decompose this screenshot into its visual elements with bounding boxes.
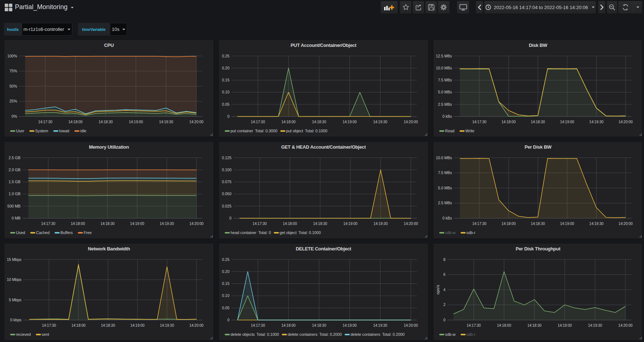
svg-text:Free: Free: [83, 230, 91, 235]
svg-text:0.15: 0.15: [222, 78, 230, 82]
svg-text:Total: 0.3000: Total: 0.3000: [255, 129, 277, 133]
svg-text:14:19:00: 14:19:00: [560, 222, 574, 226]
svg-text:7.5 MBs: 7.5 MBs: [438, 78, 452, 82]
svg-text:14:19:30: 14:19:30: [589, 120, 603, 124]
svg-text:ops/s: ops/s: [436, 285, 440, 294]
svg-text:14:19:00: 14:19:00: [130, 323, 144, 327]
svg-text:14:19:30: 14:19:30: [589, 222, 603, 226]
svg-text:14:17:30: 14:17:30: [42, 323, 56, 327]
svg-text:14:19:00: 14:19:00: [343, 120, 357, 124]
svg-text:0.20: 0.20: [222, 66, 230, 70]
svg-text:5.0 MBs: 5.0 MBs: [438, 90, 452, 94]
svg-text:0: 0: [229, 216, 232, 220]
svg-text:14:19:00: 14:19:00: [130, 222, 144, 226]
svg-text:14:18:00: 14:18:00: [68, 120, 82, 124]
svg-text:0.10: 0.10: [222, 293, 230, 298]
svg-text:14:19:30: 14:19:30: [373, 120, 387, 124]
svg-text:14:19:30: 14:19:30: [160, 222, 174, 226]
svg-text:500 MB: 500 MB: [7, 204, 20, 208]
svg-text:Cached: Cached: [36, 230, 49, 235]
svg-text:5.0 MBs: 5.0 MBs: [438, 186, 452, 190]
svg-text:12.5 MBs: 12.5 MBs: [436, 54, 452, 58]
svg-text:14:17:30: 14:17:30: [38, 120, 52, 124]
svg-text:0.05: 0.05: [222, 102, 230, 106]
svg-text:100%: 100%: [7, 54, 17, 58]
svg-text:0.050: 0.050: [222, 192, 231, 196]
svg-text:14:18:30: 14:18:30: [313, 222, 327, 226]
svg-text:Per Disk BW: Per Disk BW: [525, 144, 552, 150]
svg-text:Used: Used: [16, 230, 25, 235]
svg-text:put container: put container: [231, 129, 253, 133]
svg-text:14:20:00: 14:20:00: [404, 323, 418, 327]
svg-text:Per Disk Throughput: Per Disk Throughput: [516, 246, 561, 252]
svg-text:Network Bandwidth: Network Bandwidth: [88, 246, 130, 252]
svg-text:0: 0: [227, 318, 229, 322]
svg-text:14:19:00: 14:19:00: [129, 120, 143, 124]
svg-text:2.5 MBs: 2.5 MBs: [438, 201, 452, 205]
svg-text:14:17:30: 14:17:30: [251, 323, 265, 327]
svg-text:14:18:30: 14:18:30: [312, 323, 326, 327]
svg-text:GET & HEAD Account/Container/O: GET & HEAD Account/Container/Object: [281, 144, 366, 150]
svg-text:idle: idle: [80, 129, 86, 133]
svg-text:14:20:00: 14:20:00: [619, 222, 633, 226]
svg-text:14:17:30: 14:17:30: [251, 120, 265, 124]
svg-text:14:17:30: 14:17:30: [466, 323, 481, 327]
svg-text:14:19:30: 14:19:30: [159, 120, 173, 124]
svg-text:5 Mbps: 5 Mbps: [9, 298, 21, 302]
svg-text:put object: put object: [286, 129, 303, 133]
svg-text:0 kbps: 0 kbps: [10, 318, 21, 322]
svg-text:0.05: 0.05: [222, 306, 230, 310]
svg-text:14:19:00: 14:19:00: [560, 120, 574, 124]
svg-text:14:18:30: 14:18:30: [99, 120, 113, 124]
svg-text:14:17:30: 14:17:30: [472, 222, 486, 226]
svg-text:14:19:30: 14:19:30: [373, 323, 387, 327]
svg-text:get object: get object: [280, 230, 297, 235]
svg-text:Total: 0.1000: Total: 0.1000: [298, 230, 321, 235]
svg-text:sdb-w: sdb-w: [445, 332, 456, 337]
svg-text:10.0 MBs: 10.0 MBs: [436, 156, 452, 160]
svg-text:14:18:00: 14:18:00: [497, 323, 511, 327]
svg-text:Total: 0.2000: Total: 0.2000: [382, 332, 405, 337]
svg-text:Total: 0.1000: Total: 0.1000: [257, 332, 279, 337]
svg-text:14:20:00: 14:20:00: [189, 323, 204, 327]
svg-text:System: System: [35, 129, 48, 133]
svg-text:14:19:30: 14:19:30: [588, 323, 602, 327]
svg-text:delete containers: delete containers: [288, 332, 318, 337]
svg-text:15 Mbps: 15 Mbps: [7, 257, 21, 262]
svg-text:Iowait: Iowait: [59, 129, 69, 133]
svg-text:14:18:30: 14:18:30: [101, 222, 115, 226]
svg-text:14:20:00: 14:20:00: [189, 222, 204, 226]
svg-text:14:18:00: 14:18:00: [71, 222, 85, 226]
svg-text:14:18:30: 14:18:30: [531, 222, 545, 226]
svg-text:10.0 MBs: 10.0 MBs: [436, 66, 452, 70]
svg-text:0.25: 0.25: [222, 257, 230, 262]
svg-text:sdb-r: sdb-r: [466, 332, 476, 337]
svg-text:sdb-w: sdb-w: [445, 230, 456, 235]
svg-text:Total: 0.2000: Total: 0.2000: [319, 332, 342, 337]
svg-text:14:20:00: 14:20:00: [189, 120, 203, 124]
svg-text:14:17:30: 14:17:30: [253, 222, 267, 226]
svg-text:14:18:30: 14:18:30: [101, 323, 115, 327]
svg-text:0: 0: [443, 318, 445, 322]
svg-text:14:20:00: 14:20:00: [404, 120, 418, 124]
svg-text:8: 8: [443, 257, 445, 262]
svg-text:0.10: 0.10: [222, 90, 230, 94]
svg-text:DELETE Container/Object: DELETE Container/Object: [296, 246, 352, 252]
svg-text:25%: 25%: [9, 99, 17, 103]
svg-text:delete objects: delete objects: [231, 332, 255, 337]
svg-text:sent: sent: [42, 332, 49, 337]
svg-text:CPU: CPU: [104, 43, 114, 48]
svg-text:14:18:00: 14:18:00: [72, 323, 86, 327]
svg-text:14:17:30: 14:17:30: [41, 222, 55, 226]
svg-text:Total: 0.1000: Total: 0.1000: [305, 129, 327, 133]
svg-text:sdb-r: sdb-r: [466, 230, 476, 235]
svg-text:14:17:30: 14:17:30: [472, 120, 486, 124]
svg-text:75%: 75%: [9, 69, 17, 73]
svg-text:14:19:30: 14:19:30: [374, 222, 388, 226]
svg-text:14:20:00: 14:20:00: [618, 323, 632, 327]
svg-text:14:20:00: 14:20:00: [404, 222, 418, 226]
svg-text:14:18:00: 14:18:00: [283, 222, 297, 226]
svg-text:0.025: 0.025: [222, 204, 231, 208]
svg-text:delete containers: delete containers: [350, 332, 380, 337]
svg-text:2: 2: [443, 302, 445, 307]
